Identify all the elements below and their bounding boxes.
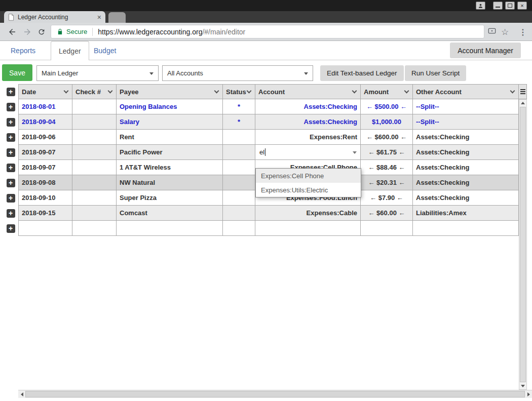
cell-date[interactable]: 2018-09-04 — [18, 114, 72, 130]
cell-check[interactable] — [72, 160, 117, 175]
add-row-button[interactable]: + — [7, 164, 15, 172]
cell-account[interactable]: Assets:Checking — [255, 99, 361, 114]
edit-text-ledger-button[interactable]: Edit Text-based Ledger — [320, 65, 404, 81]
add-row-button[interactable]: + — [7, 148, 15, 157]
cell-date[interactable]: 2018-09-07 — [18, 160, 72, 175]
cell-status[interactable] — [223, 206, 255, 221]
cell-other-account[interactable]: Assets:Checking — [413, 145, 519, 160]
cell-check[interactable] — [72, 175, 117, 190]
cell-payee[interactable]: Rent — [117, 130, 223, 145]
cell-date[interactable]: 2018-09-15 — [18, 206, 72, 221]
run-user-script-button[interactable]: Run User Script — [405, 65, 466, 81]
window-close-button[interactable]: × — [517, 2, 527, 10]
column-header-check[interactable]: Check # — [72, 84, 117, 99]
cell-payee[interactable]: Comcast — [117, 206, 223, 221]
cell-payee[interactable]: NW Natural — [117, 175, 223, 190]
cell-date[interactable]: 2018-09-07 — [18, 145, 72, 160]
cell-amount[interactable]: ← $60.00 ← — [361, 206, 413, 221]
forward-button[interactable] — [23, 27, 32, 36]
cell-amount[interactable]: $1,000.00 — [361, 114, 413, 130]
account-autocomplete-input[interactable]: el — [255, 145, 360, 159]
cell-account[interactable] — [255, 221, 361, 236]
table-menu-button[interactable] — [519, 84, 527, 99]
cell-date[interactable]: 2018-09-10 — [18, 190, 72, 206]
address-bar[interactable]: Secure https://www.ledgeraccounting.org … — [51, 25, 484, 38]
browser-menu-icon[interactable]: ⋮ — [519, 27, 527, 36]
cell-check[interactable] — [72, 206, 117, 221]
cell-amount[interactable]: ← $88.46 ← — [361, 160, 413, 175]
add-row-button[interactable]: + — [7, 118, 15, 127]
cell-check[interactable] — [72, 130, 117, 145]
cell-status[interactable] — [223, 130, 255, 145]
cell-status[interactable]: * — [223, 99, 255, 114]
accounts-filter-select[interactable]: All Accounts — [162, 65, 313, 81]
add-row-button[interactable]: + — [7, 103, 15, 111]
cell-date[interactable]: 2018-08-01 — [18, 99, 72, 114]
add-row-button[interactable]: + — [7, 209, 15, 218]
cell-payee[interactable]: Opening Balances — [117, 99, 223, 114]
add-row-button[interactable]: + — [7, 179, 15, 187]
cell-check[interactable] — [72, 145, 117, 160]
back-button[interactable] — [8, 27, 17, 36]
tab-close-icon[interactable]: × — [97, 14, 101, 21]
scroll-up-button[interactable] — [519, 100, 526, 106]
cell-other-account[interactable]: Liabilities:Amex — [413, 206, 519, 221]
cell-date[interactable]: 2018-09-08 — [18, 175, 72, 190]
cell-status[interactable] — [223, 221, 255, 236]
cell-check[interactable] — [72, 221, 117, 236]
ledger-select[interactable]: Main Ledger — [36, 65, 159, 81]
cell-check[interactable] — [72, 114, 117, 130]
column-header-account[interactable]: Account — [255, 84, 361, 99]
add-row-button[interactable]: + — [7, 133, 15, 142]
tab-ledger[interactable]: Ledger — [51, 41, 89, 60]
cell-amount[interactable]: ← $61.75 ← — [361, 145, 413, 160]
cell-check[interactable] — [72, 99, 117, 114]
cell-payee[interactable]: Pacific Power — [117, 145, 223, 160]
user-profile-button[interactable] — [476, 2, 485, 10]
combobox-arrow-icon[interactable] — [353, 151, 357, 154]
column-header-status[interactable]: Status — [223, 84, 255, 99]
cell-account[interactable]: Assets:Checking — [255, 114, 361, 130]
cell-account-editing[interactable]: el — [255, 145, 361, 160]
extension-icon[interactable] — [488, 27, 496, 36]
maximize-button[interactable] — [505, 2, 515, 10]
cell-amount[interactable]: ← $7.90 ← — [361, 190, 413, 206]
column-header-amount[interactable]: Amount — [361, 84, 413, 99]
cell-account[interactable]: Expenses:Cable — [255, 206, 361, 221]
cell-other-account[interactable]: Assets:Checking — [413, 160, 519, 175]
cell-other-account[interactable]: --Split-- — [413, 114, 519, 130]
cell-date[interactable] — [18, 221, 72, 236]
cell-status[interactable] — [223, 190, 255, 206]
browser-tab[interactable]: Ledger Accounting × — [4, 11, 105, 23]
cell-payee[interactable] — [117, 221, 223, 236]
cell-other-account[interactable] — [413, 221, 519, 236]
cell-amount[interactable] — [361, 221, 413, 236]
add-row-button[interactable]: + — [7, 88, 15, 96]
horizontal-scrollbar[interactable] — [18, 390, 532, 398]
cell-payee[interactable]: Salary — [117, 114, 223, 130]
vertical-scrollbar-thumb[interactable] — [520, 107, 526, 382]
tab-budget[interactable]: Budget — [94, 41, 116, 60]
cell-other-account[interactable]: --Split-- — [413, 99, 519, 114]
column-header-payee[interactable]: Payee — [117, 84, 223, 99]
add-row-button[interactable]: + — [7, 194, 15, 203]
cell-amount[interactable]: ← $500.00 ← — [361, 99, 413, 114]
account-manager-button[interactable]: Account Manager — [450, 43, 521, 58]
scroll-left-button[interactable] — [18, 390, 25, 398]
cell-payee[interactable]: Super Pizza — [117, 190, 223, 206]
scroll-right-button[interactable] — [525, 390, 532, 398]
cell-amount[interactable]: ← $20.31 ← — [361, 175, 413, 190]
cell-other-account[interactable]: Assets:Checking — [413, 190, 519, 206]
horizontal-scrollbar-thumb[interactable] — [25, 391, 525, 397]
save-button[interactable]: Save — [2, 64, 32, 81]
scroll-down-button[interactable] — [519, 383, 526, 389]
add-row-button[interactable]: + — [7, 224, 15, 233]
cell-other-account[interactable]: Assets:Checking — [413, 130, 519, 145]
cell-other-account[interactable]: Assets:Checking — [413, 175, 519, 190]
autocomplete-option[interactable]: Expenses:Utils:Electric — [256, 183, 361, 197]
cell-date[interactable]: 2018-09-06 — [18, 130, 72, 145]
cell-status[interactable] — [223, 145, 255, 160]
column-header-other-account[interactable]: Other Account — [413, 84, 519, 99]
cell-status[interactable] — [223, 175, 255, 190]
bookmark-star-icon[interactable]: ☆ — [501, 26, 509, 37]
